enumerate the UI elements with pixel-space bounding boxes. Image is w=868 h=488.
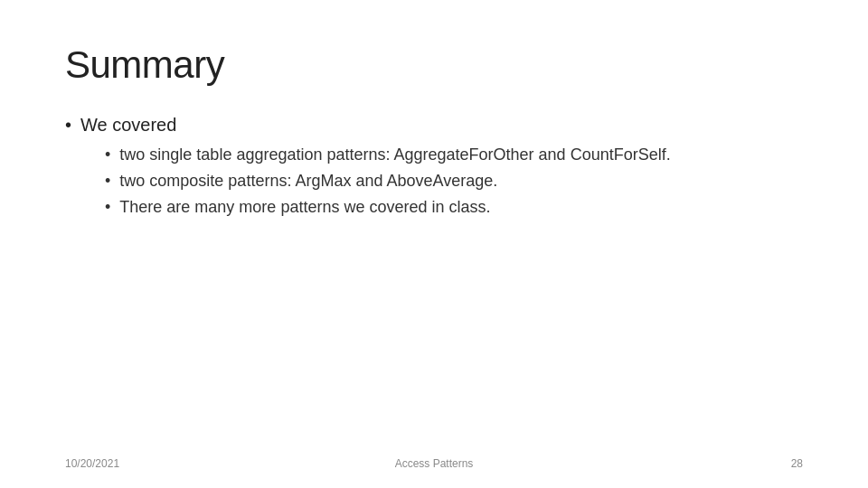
slide: Summary • We covered • two single table … xyxy=(0,0,868,488)
sub-bullets-list: • two single table aggregation patterns:… xyxy=(105,143,803,220)
top-bullet-text: We covered xyxy=(80,112,176,137)
sub-bullet-item-1: • two single table aggregation patterns:… xyxy=(105,143,803,167)
sub-bullet-text-2: two composite patterns: ArgMax and Above… xyxy=(119,169,497,193)
sub-bullet-dot-1: • xyxy=(105,143,110,167)
footer-date: 10/20/2021 xyxy=(65,457,119,470)
sub-bullet-text-1: two single table aggregation patterns: A… xyxy=(119,143,670,167)
sub-bullet-dot-2: • xyxy=(105,169,110,193)
footer-title: Access Patterns xyxy=(395,457,474,470)
content-area: • We covered • two single table aggregat… xyxy=(65,112,803,455)
sub-bullet-text-3: There are many more patterns we covered … xyxy=(119,195,490,220)
top-bullet-item: • We covered xyxy=(65,112,803,137)
sub-bullet-item-2: • two composite patterns: ArgMax and Abo… xyxy=(105,169,803,193)
slide-title: Summary xyxy=(65,43,803,87)
footer-page-number: 28 xyxy=(791,457,803,470)
sub-bullet-dot-3: • xyxy=(105,195,110,220)
slide-footer: 10/20/2021 Access Patterns 28 xyxy=(65,457,803,470)
sub-bullet-item-3: • There are many more patterns we covere… xyxy=(105,195,803,220)
top-bullet-dot: • xyxy=(65,112,71,137)
